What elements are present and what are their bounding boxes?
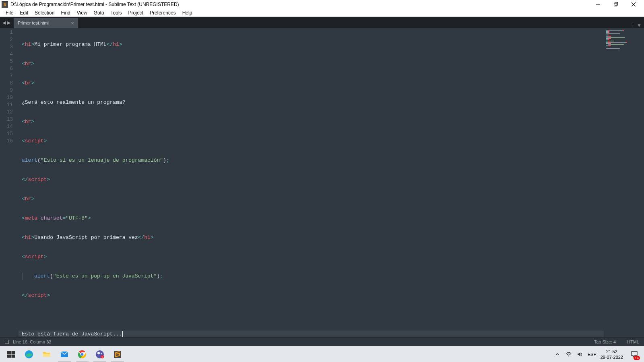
tabstrip-right-controls: + ▼ xyxy=(632,23,644,28)
tab-dropdown-icon[interactable]: ▼ xyxy=(637,23,642,28)
svg-rect-7 xyxy=(7,354,11,358)
window-title: D:\Lógica de Programación\Primer test.ht… xyxy=(10,2,589,7)
tab-primer-test[interactable]: Primer test.html × xyxy=(14,18,78,28)
line-number[interactable]: 13 xyxy=(0,116,19,123)
tray-overflow-icon[interactable] xyxy=(554,351,561,358)
line-number[interactable]: 6 xyxy=(0,65,19,72)
line-number[interactable]: 12 xyxy=(0,109,19,116)
action-center-button[interactable]: 14 xyxy=(627,346,642,362)
mail-icon xyxy=(60,350,69,359)
tab-nav-back-icon[interactable]: ◀ xyxy=(2,20,6,25)
svg-rect-10 xyxy=(43,354,50,357)
panel-switcher-icon[interactable] xyxy=(5,340,9,344)
tab-close-icon[interactable]: × xyxy=(71,20,74,26)
notification-badge: 14 xyxy=(634,356,640,360)
line-number[interactable]: 14 xyxy=(0,123,19,130)
tabstrip: ◀ ▶ Primer test.html × + ▼ xyxy=(0,17,644,28)
status-tabsize[interactable]: Tab Size: 4 xyxy=(594,339,616,344)
line-number[interactable]: 9 xyxy=(0,87,19,94)
taskbar-sublime[interactable] xyxy=(109,346,126,362)
tab-label: Primer test.html xyxy=(18,21,67,25)
svg-point-18 xyxy=(101,353,102,354)
code-area[interactable]: <h1>Mi primer programa HTML</h1> <br> <b… xyxy=(19,28,604,337)
status-linecol[interactable]: Line 16, Column 33 xyxy=(13,339,51,344)
line-number[interactable]: 16 xyxy=(0,138,19,145)
taskbar-edge[interactable] xyxy=(20,346,38,362)
taskbar-chrome[interactable] xyxy=(73,346,91,362)
svg-point-17 xyxy=(97,352,100,354)
system-tray: ESP 21:52 29-07-2022 14 xyxy=(554,346,642,362)
menu-view[interactable]: View xyxy=(74,9,91,16)
menu-edit[interactable]: Edit xyxy=(17,9,31,16)
close-icon xyxy=(631,2,636,7)
taskbar-mail[interactable] xyxy=(56,346,73,362)
tray-clock[interactable]: 21:52 29-07-2022 xyxy=(601,349,623,360)
windows-taskbar: 5 ESP 21:52 29-07-2022 14 xyxy=(0,346,644,362)
gutter: 1 2 3 4 5 6 7 8 9 10 11 12 13 14 15 16 xyxy=(0,28,19,337)
sublime-app-icon: S xyxy=(2,1,8,8)
statusbar: Line 16, Column 33 Tab Size: 4 HTML xyxy=(0,337,644,346)
line-number[interactable]: 2 xyxy=(0,36,19,43)
window-controls xyxy=(589,0,642,9)
line-number[interactable]: 10 xyxy=(0,94,19,101)
menu-preferences[interactable]: Preferences xyxy=(147,9,179,16)
menu-find[interactable]: Find xyxy=(58,9,73,16)
line-number[interactable]: 8 xyxy=(0,80,19,87)
tray-language[interactable]: ESP xyxy=(588,352,597,357)
titlebar: S D:\Lógica de Programación\Primer test.… xyxy=(0,0,644,9)
svg-rect-6 xyxy=(12,351,15,354)
edge-icon xyxy=(24,350,34,359)
line-number[interactable]: 15 xyxy=(0,130,19,138)
windows-logo-icon xyxy=(6,350,16,359)
menu-selection[interactable]: Selection xyxy=(31,9,58,16)
folder-icon xyxy=(42,350,52,359)
chrome-icon xyxy=(77,350,87,359)
line-number[interactable]: 4 xyxy=(0,51,19,58)
maximize-icon xyxy=(613,2,618,7)
maximize-button[interactable] xyxy=(607,0,625,9)
tab-nav-forward-icon[interactable]: ▶ xyxy=(6,20,11,25)
line-number[interactable]: 1 xyxy=(0,29,19,36)
teams-icon: 5 xyxy=(95,350,105,359)
taskbar-teams[interactable]: 5 xyxy=(91,346,109,362)
tab-nav-arrows: ◀ ▶ xyxy=(0,17,13,28)
menu-help[interactable]: Help xyxy=(179,9,196,16)
menubar: File Edit Selection Find View Goto Tools… xyxy=(0,9,644,17)
menu-file[interactable]: File xyxy=(2,9,17,16)
line-number[interactable]: 7 xyxy=(0,72,19,80)
minimap[interactable] xyxy=(604,28,644,337)
line-number[interactable]: 5 xyxy=(0,58,19,65)
menu-goto[interactable]: Goto xyxy=(91,9,107,16)
line-number[interactable]: 11 xyxy=(0,101,19,109)
new-tab-icon[interactable]: + xyxy=(632,23,634,28)
svg-rect-1 xyxy=(614,3,617,6)
sublime-icon xyxy=(113,350,122,359)
taskbar-file-explorer[interactable] xyxy=(38,346,56,362)
tray-time: 21:52 xyxy=(601,349,623,354)
wifi-icon[interactable] xyxy=(565,351,572,358)
menu-tools[interactable]: Tools xyxy=(107,9,125,16)
minimize-button[interactable] xyxy=(589,0,607,9)
close-button[interactable] xyxy=(625,0,642,9)
volume-icon[interactable] xyxy=(576,351,584,358)
minimize-icon xyxy=(596,2,601,7)
text-cursor xyxy=(122,331,123,337)
svg-point-22 xyxy=(568,355,569,356)
tray-date: 29-07-2022 xyxy=(601,354,623,360)
svg-rect-8 xyxy=(12,354,15,358)
svg-rect-2 xyxy=(615,2,618,5)
editor: 1 2 3 4 5 6 7 8 9 10 11 12 13 14 15 16 <… xyxy=(0,28,644,337)
status-syntax[interactable]: HTML xyxy=(627,339,639,344)
menu-project[interactable]: Project xyxy=(125,9,147,16)
line-number[interactable]: 3 xyxy=(0,43,19,51)
start-button[interactable] xyxy=(2,346,20,362)
svg-rect-5 xyxy=(7,351,11,354)
